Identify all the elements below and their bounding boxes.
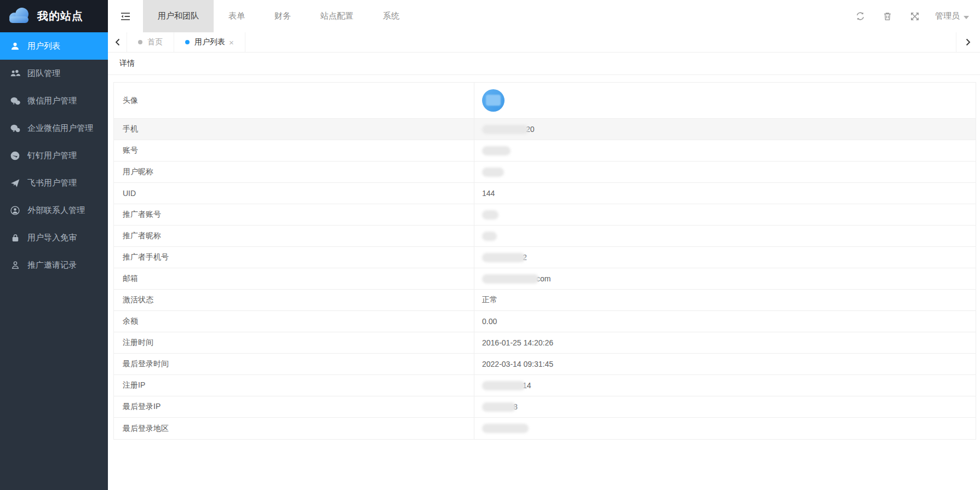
row-value: 20 [474, 119, 976, 140]
table-row: 激活状态正常 [114, 290, 976, 311]
row-value [474, 418, 976, 439]
sidebar-item-label: 团队管理 [27, 68, 60, 79]
row-value: 正常 [474, 290, 976, 310]
row-label: 头像 [114, 83, 474, 118]
feishu-icon [10, 178, 20, 188]
row-label: 推广者手机号 [114, 247, 474, 268]
collapse-sidebar-icon[interactable] [108, 0, 143, 32]
admin-label: 管理员 [935, 11, 960, 21]
tabs-scroll-left-icon[interactable] [108, 32, 127, 52]
table-row: 账号 [114, 140, 976, 162]
redacted-value [482, 274, 539, 284]
logo-bar: 我的站点 [0, 0, 108, 32]
users-icon [10, 70, 20, 77]
sidebar-item-label: 用户导入免审 [27, 233, 77, 243]
user-outline-icon [10, 261, 20, 269]
top-nav-tabs: 用户和团队表单财务站点配置系统 [143, 0, 414, 32]
row-label: 最后登录时间 [114, 354, 474, 374]
top-header: 用户和团队表单财务站点配置系统 管理 [108, 0, 980, 32]
row-label: 余额 [114, 311, 474, 332]
table-row: 最后登录地区 [114, 418, 976, 439]
redacted-value [482, 232, 497, 241]
cloud-icon [7, 7, 32, 26]
sidebar-item-label: 飞书用户管理 [27, 178, 77, 188]
value-text: 2022-03-14 09:31:45 [482, 360, 553, 368]
detail-table: 头像手机20账号用户昵称UID144推广者账号推广者昵称推广者手机号2邮箱com… [113, 82, 976, 440]
tabs-scroll-right-icon[interactable] [956, 32, 980, 52]
row-value: 14 [474, 375, 976, 396]
value-text: 0.00 [482, 317, 497, 326]
sidebar-item-label: 用户列表 [27, 41, 60, 51]
table-row: UID144 [114, 183, 976, 204]
row-label: 推广者昵称 [114, 226, 474, 246]
sidebar-item-promo-invites[interactable]: 推广邀请记录 [0, 251, 108, 279]
table-row: 最后登录IP8 [114, 396, 976, 418]
sidebar-item-label: 外部联系人管理 [27, 205, 85, 216]
row-value [474, 226, 976, 246]
sidebar-item-dingtalk-users[interactable]: 钉钉用户管理 [0, 142, 108, 169]
sidebar-menu: 用户列表团队管理微信用户管理企业微信用户管理钉钉用户管理飞书用户管理外部联系人管… [0, 32, 108, 490]
tab-spacer [245, 32, 956, 52]
sidebar-item-team-mgmt[interactable]: 团队管理 [0, 60, 108, 87]
row-value [474, 204, 976, 225]
sidebar-item-wecom-users[interactable]: 企业微信用户管理 [0, 114, 108, 142]
sidebar-item-user-list[interactable]: 用户列表 [0, 32, 108, 60]
row-value: 144 [474, 183, 976, 204]
tab-status-dot [138, 40, 142, 44]
table-row: 头像 [114, 83, 976, 119]
page-title-bar: 详情 [108, 53, 980, 75]
table-row: 最后登录时间2022-03-14 09:31:45 [114, 354, 976, 375]
close-tab-icon[interactable]: × [229, 38, 234, 47]
nav-tab-forms[interactable]: 表单 [214, 0, 260, 32]
sidebar: 我的站点 用户列表团队管理微信用户管理企业微信用户管理钉钉用户管理飞书用户管理外… [0, 0, 108, 490]
row-value: 2022-03-14 09:31:45 [474, 354, 976, 374]
fullscreen-icon[interactable] [901, 0, 929, 32]
nav-tab-site-config[interactable]: 站点配置 [306, 0, 368, 32]
redacted-value [482, 210, 498, 220]
row-label: 手机 [114, 119, 474, 140]
nav-tab-finance[interactable]: 财务 [260, 0, 306, 32]
redacted-value [482, 168, 504, 177]
redacted-value [482, 424, 529, 433]
redacted-value [482, 402, 516, 412]
sidebar-item-external-contacts[interactable]: 外部联系人管理 [0, 197, 108, 224]
row-value [474, 162, 976, 182]
wecom-icon [10, 124, 20, 132]
redacted-value [482, 381, 525, 390]
row-label: 注册时间 [114, 332, 474, 353]
row-label: 注册IP [114, 375, 474, 396]
page-tab-home[interactable]: 首页 [127, 32, 174, 52]
nav-tab-system[interactable]: 系统 [368, 0, 414, 32]
contact-icon [10, 206, 20, 215]
sidebar-item-import-noreview[interactable]: 用户导入免审 [0, 224, 108, 251]
table-row: 推广者账号 [114, 204, 976, 226]
sidebar-item-feishu-users[interactable]: 飞书用户管理 [0, 169, 108, 197]
row-label: 邮箱 [114, 268, 474, 289]
page-tab-label: 首页 [147, 37, 163, 47]
table-row: 手机20 [114, 119, 976, 140]
table-row: 邮箱com [114, 268, 976, 290]
row-label: 账号 [114, 140, 474, 161]
page-tabs: 首页用户列表× [127, 32, 245, 52]
row-label: 推广者账号 [114, 204, 474, 225]
table-row: 用户昵称 [114, 162, 976, 183]
page-tab-label: 用户列表 [194, 37, 225, 47]
page-tab-user-list[interactable]: 用户列表× [174, 32, 245, 52]
sidebar-item-label: 推广邀请记录 [27, 260, 77, 270]
table-row: 余额0.00 [114, 311, 976, 332]
lock-icon [10, 233, 20, 242]
nav-tab-users-teams[interactable]: 用户和团队 [143, 0, 214, 32]
row-value: 8 [474, 396, 976, 417]
row-label: 用户昵称 [114, 162, 474, 182]
sidebar-item-wechat-users[interactable]: 微信用户管理 [0, 87, 108, 114]
sidebar-item-label: 企业微信用户管理 [27, 123, 93, 134]
table-row: 推广者昵称 [114, 226, 976, 247]
row-label: 最后登录IP [114, 396, 474, 417]
admin-dropdown[interactable]: 管理员 [929, 0, 980, 32]
table-row: 推广者手机号2 [114, 247, 976, 268]
refresh-icon[interactable] [846, 0, 874, 32]
table-row: 注册IP14 [114, 375, 976, 396]
row-value: 2 [474, 247, 976, 268]
trash-icon[interactable] [874, 0, 901, 32]
row-label: UID [114, 183, 474, 204]
